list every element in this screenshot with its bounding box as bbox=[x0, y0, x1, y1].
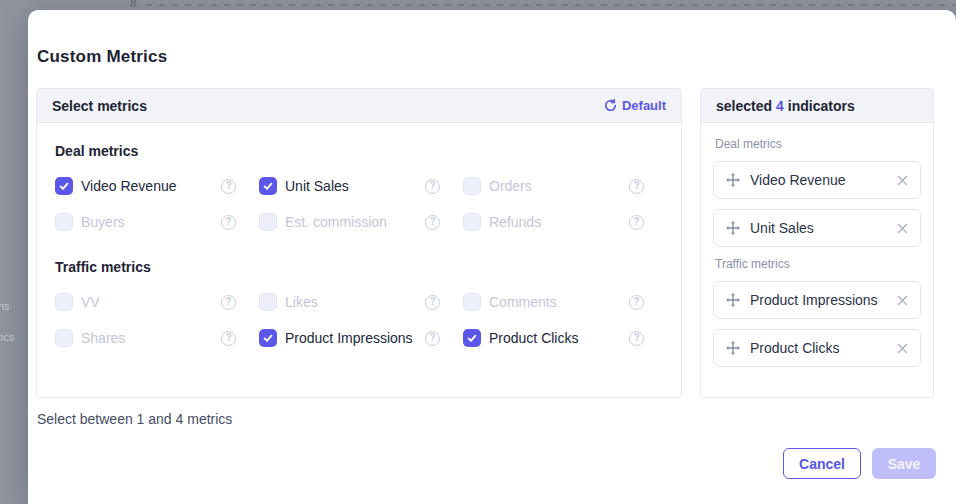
drag-handle-icon[interactable] bbox=[726, 173, 740, 187]
selected-indicators-list: Deal metrics Video Revenue Unit Sales bbox=[701, 123, 933, 367]
cancel-button[interactable]: Cancel bbox=[783, 448, 861, 479]
help-icon[interactable]: ? bbox=[221, 179, 236, 194]
metric-checkbox-vv: VV ? bbox=[55, 292, 236, 312]
checkbox-unchecked-icon bbox=[463, 177, 481, 195]
metric-label: Comments bbox=[489, 294, 629, 310]
help-icon[interactable]: ? bbox=[425, 295, 440, 310]
help-icon[interactable]: ? bbox=[425, 215, 440, 230]
help-icon[interactable]: ? bbox=[629, 295, 644, 310]
background-text-fragment: tics bbox=[0, 331, 15, 343]
default-button[interactable]: Default bbox=[604, 98, 666, 113]
dialog-title: Custom Metrics bbox=[37, 47, 167, 67]
remove-icon[interactable] bbox=[897, 223, 908, 234]
checkbox-unchecked-icon bbox=[259, 213, 277, 231]
remove-icon[interactable] bbox=[897, 343, 908, 354]
remove-icon[interactable] bbox=[897, 175, 908, 186]
selected-card-product-impressions[interactable]: Product Impressions bbox=[713, 281, 921, 319]
drag-handle-icon[interactable] bbox=[726, 341, 740, 355]
selected-card-label: Video Revenue bbox=[750, 172, 897, 188]
help-icon[interactable]: ? bbox=[425, 179, 440, 194]
help-icon[interactable]: ? bbox=[221, 295, 236, 310]
group-heading-traffic-metrics: Traffic metrics bbox=[55, 259, 663, 275]
refresh-icon bbox=[604, 99, 617, 112]
selected-suffix: indicators bbox=[788, 98, 855, 114]
checkbox-checked-icon[interactable] bbox=[259, 329, 277, 347]
metric-label: Video Revenue bbox=[81, 178, 221, 194]
metric-label: Likes bbox=[285, 294, 425, 310]
metric-label: Est. commission bbox=[285, 214, 425, 230]
deal-metrics-grid: Video Revenue ? Unit Sales ? Orders ? Bu… bbox=[55, 176, 663, 232]
drag-handle-icon[interactable] bbox=[726, 221, 740, 235]
metric-checkbox-refunds: Refunds ? bbox=[463, 212, 644, 232]
selected-card-label: Unit Sales bbox=[750, 220, 897, 236]
metric-checkbox-shares: Shares ? bbox=[55, 328, 236, 348]
metric-checkbox-likes: Likes ? bbox=[259, 292, 440, 312]
metric-label: Product Clicks bbox=[489, 330, 629, 346]
checkbox-unchecked-icon bbox=[55, 329, 73, 347]
metric-checkbox-buyers: Buyers ? bbox=[55, 212, 236, 232]
background-axis-tick: 8 bbox=[130, 0, 137, 10]
background-gridline bbox=[146, 4, 956, 6]
background-text-fragment: ns bbox=[0, 300, 10, 312]
help-icon[interactable]: ? bbox=[425, 331, 440, 346]
selection-hint: Select between 1 and 4 metrics bbox=[37, 411, 232, 427]
metric-checkbox-product-clicks[interactable]: Product Clicks ? bbox=[463, 328, 644, 348]
checkbox-unchecked-icon bbox=[463, 293, 481, 311]
save-button[interactable]: Save bbox=[872, 448, 936, 479]
help-icon[interactable]: ? bbox=[629, 215, 644, 230]
metric-label: Refunds bbox=[489, 214, 629, 230]
selected-group-traffic-metrics: Traffic metrics bbox=[715, 257, 921, 271]
selected-count: 4 bbox=[776, 98, 784, 114]
selected-group-deal-metrics: Deal metrics bbox=[715, 137, 921, 151]
help-icon[interactable]: ? bbox=[221, 215, 236, 230]
selected-card-unit-sales[interactable]: Unit Sales bbox=[713, 209, 921, 247]
metric-label: VV bbox=[81, 294, 221, 310]
group-heading-deal-metrics: Deal metrics bbox=[55, 143, 663, 159]
metric-label: Orders bbox=[489, 178, 629, 194]
selected-card-label: Product Impressions bbox=[750, 292, 897, 308]
metric-checkbox-orders: Orders ? bbox=[463, 176, 644, 196]
metric-checkbox-product-impressions[interactable]: Product Impressions ? bbox=[259, 328, 440, 348]
checkbox-unchecked-icon bbox=[55, 213, 73, 231]
selected-card-label: Product Clicks bbox=[750, 340, 897, 356]
custom-metrics-dialog: Custom Metrics Select metrics Default De… bbox=[28, 10, 956, 504]
drag-handle-icon[interactable] bbox=[726, 293, 740, 307]
help-icon[interactable]: ? bbox=[221, 331, 236, 346]
selected-indicators-panel: selected 4 indicators Deal metrics Video… bbox=[700, 88, 934, 398]
metric-label: Product Impressions bbox=[285, 330, 425, 346]
selected-indicators-header: selected 4 indicators bbox=[701, 89, 933, 123]
selected-card-product-clicks[interactable]: Product Clicks bbox=[713, 329, 921, 367]
help-icon[interactable]: ? bbox=[629, 179, 644, 194]
metric-label: Shares bbox=[81, 330, 221, 346]
metric-checkbox-est-commission: Est. commission ? bbox=[259, 212, 440, 232]
selected-prefix: selected bbox=[716, 98, 772, 114]
help-icon[interactable]: ? bbox=[629, 331, 644, 346]
metric-checkbox-comments: Comments ? bbox=[463, 292, 644, 312]
metric-label: Unit Sales bbox=[285, 178, 425, 194]
select-metrics-title: Select metrics bbox=[52, 98, 147, 114]
remove-icon[interactable] bbox=[897, 295, 908, 306]
checkbox-checked-icon[interactable] bbox=[463, 329, 481, 347]
traffic-metrics-grid: VV ? Likes ? Comments ? Shares ? bbox=[55, 292, 663, 348]
select-metrics-panel: Select metrics Default Deal metrics Vide… bbox=[36, 88, 682, 398]
select-metrics-header: Select metrics Default bbox=[37, 89, 681, 123]
metric-checkbox-video-revenue[interactable]: Video Revenue ? bbox=[55, 176, 236, 196]
default-button-label: Default bbox=[622, 98, 666, 113]
selected-indicators-title: selected 4 indicators bbox=[716, 98, 855, 114]
selected-card-video-revenue[interactable]: Video Revenue bbox=[713, 161, 921, 199]
checkbox-checked-icon[interactable] bbox=[55, 177, 73, 195]
metric-label: Buyers bbox=[81, 214, 221, 230]
checkbox-unchecked-icon bbox=[259, 293, 277, 311]
checkbox-checked-icon[interactable] bbox=[259, 177, 277, 195]
checkbox-unchecked-icon bbox=[463, 213, 481, 231]
metrics-checkbox-area: Deal metrics Video Revenue ? Unit Sales … bbox=[37, 123, 681, 368]
checkbox-unchecked-icon bbox=[55, 293, 73, 311]
metric-checkbox-unit-sales[interactable]: Unit Sales ? bbox=[259, 176, 440, 196]
